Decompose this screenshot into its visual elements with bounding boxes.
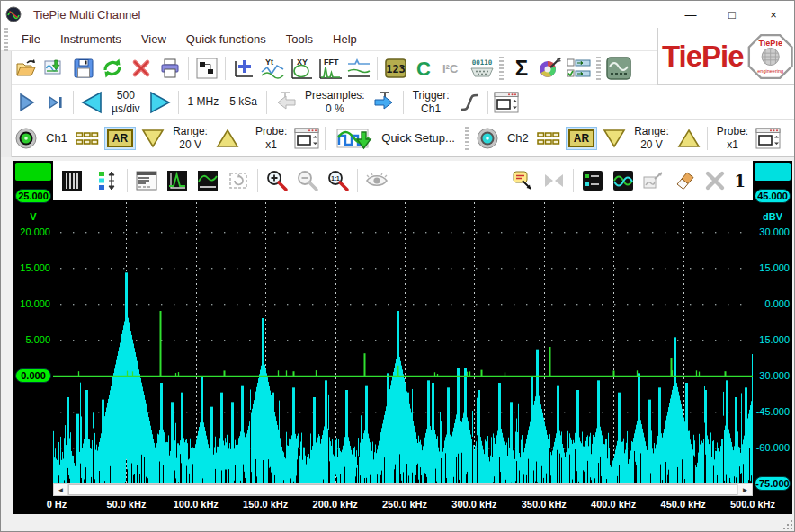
scrollbar-left-arrow[interactable]: ◄ (54, 484, 68, 495)
print-button[interactable] (156, 55, 184, 82)
ch1-bnc-icon[interactable] (12, 125, 40, 152)
ch1-autorange-button[interactable]: AR (104, 127, 136, 150)
refresh-button[interactable] (98, 55, 127, 82)
plot-scrollbar[interactable]: ◄ ► (53, 483, 753, 496)
svg-text:Yt: Yt (265, 58, 273, 66)
measure-settings-button[interactable] (565, 55, 594, 82)
toolbar-drag-handle[interactable] (465, 127, 469, 150)
minimize-button[interactable]: — (670, 1, 711, 28)
one-shot-button[interactable] (40, 89, 69, 116)
xy-graph-button[interactable]: XY (287, 55, 316, 82)
ch1-range-up-button[interactable] (213, 125, 242, 152)
frequency-tick-label: 500.0 kHz (730, 499, 775, 510)
import-data-button[interactable] (40, 55, 69, 82)
ch2-bnc-icon[interactable] (473, 125, 502, 152)
ch2-range-up-button[interactable] (674, 125, 703, 152)
svg-text:I²C: I²C (442, 62, 459, 75)
zoom-in-button[interactable] (264, 167, 290, 194)
menubar-drag-handle[interactable] (4, 28, 8, 51)
traces-view-button[interactable] (610, 167, 637, 194)
axis-range-pill: 0.000 (15, 368, 51, 383)
axis-range-pill: 45.000 (755, 189, 791, 203)
toolbar-drag-handle[interactable] (499, 57, 504, 80)
scrollbar-right-arrow[interactable]: ► (737, 484, 752, 495)
menu-item-help[interactable]: Help (323, 29, 367, 49)
ch1-axis-block[interactable] (15, 163, 51, 181)
visibility-eye-button[interactable] (363, 167, 390, 194)
trigger-edge-icon[interactable] (455, 89, 484, 116)
ch2-autorange-button[interactable]: AR (566, 127, 597, 150)
app-icon[interactable] (1, 1, 26, 28)
generator-button[interactable] (604, 55, 633, 82)
menu-item-quick-functions[interactable]: Quick functions (176, 29, 276, 49)
presamples-decrease-button[interactable] (271, 89, 299, 116)
menu-item-tools[interactable]: Tools (276, 29, 323, 49)
table-view-button[interactable] (133, 167, 160, 194)
menu-bar: FileInstrumentsViewQuick functionsToolsH… (1, 28, 657, 51)
combined-graph-button[interactable] (344, 55, 373, 82)
erase-button[interactable] (671, 167, 698, 194)
timebase-faster-button[interactable] (146, 89, 174, 116)
frequency-tick-label: 250.0 kHz (382, 499, 427, 510)
add-graph-button[interactable] (229, 55, 258, 82)
toolbar-drag-handle[interactable] (596, 57, 601, 80)
frequency-tick-label: 350.0 kHz (522, 499, 567, 510)
title-bar: TiePie Multi Channel — □ × (1, 1, 794, 28)
presamples-increase-button[interactable] (371, 89, 399, 116)
fft-graph-button[interactable]: FFT (316, 55, 344, 82)
timebase-slower-button[interactable] (77, 89, 106, 116)
axis-levels-button[interactable] (94, 167, 121, 194)
grid-toggle-button[interactable] (58, 167, 85, 194)
yt-graph-button[interactable]: Yt (258, 55, 287, 82)
serial-protocol-button[interactable]: 00110 (468, 55, 496, 82)
remove-comment-button[interactable] (540, 167, 567, 194)
left-axis[interactable]: 25.000V20.00015.00010.0005.0000.000 (13, 161, 53, 532)
status-bar (1, 514, 795, 532)
start-button[interactable] (12, 89, 40, 116)
menu-bar-items: FileInstrumentsViewQuick functionsToolsH… (12, 29, 367, 49)
colors-settings-button[interactable] (536, 55, 565, 82)
scrollbar-thumb[interactable] (68, 484, 737, 495)
ch2-coupling-icon[interactable] (534, 125, 563, 152)
logo-panel: TiePie TiePie engineering (657, 28, 795, 85)
quick-setup-button[interactable]: Quick Setup... (329, 125, 462, 152)
frequency-axis[interactable]: 0 Hz50.0 kHz100.0 kHz150.0 kHz200.0 kHz2… (37, 496, 792, 514)
maximize-button[interactable]: □ (711, 1, 753, 28)
ch2-range-down-button[interactable] (600, 125, 629, 152)
current-clamp-button[interactable]: C (410, 55, 439, 82)
object-tree-button[interactable] (192, 55, 221, 82)
ch1-settings-button[interactable] (292, 125, 321, 152)
i2c-analyzer-button[interactable]: I²C (439, 55, 468, 82)
zoom-out-button[interactable] (294, 167, 321, 194)
graph-peak-view-button[interactable] (164, 167, 191, 194)
svg-text:123: 123 (386, 63, 406, 75)
menu-item-file[interactable]: File (12, 29, 50, 49)
spectrum-plot[interactable] (53, 200, 753, 483)
legend-button[interactable] (579, 167, 606, 194)
right-axis[interactable]: 45.000dBV30.00015.0000.000-15.000-30.000… (753, 161, 792, 496)
close-graph-button[interactable] (701, 167, 728, 194)
axis-tick-label: -15.000 (753, 334, 790, 345)
axis-range-pill: 25.000 (15, 189, 51, 203)
resize-grip[interactable] (782, 519, 794, 531)
close-button[interactable]: × (753, 1, 794, 28)
graph-curve-view-button[interactable] (194, 167, 221, 194)
axis-tick-label: dBV (753, 211, 792, 222)
meter-button[interactable]: 123 (381, 55, 410, 82)
sigma-math-button[interactable]: Σ (507, 55, 536, 82)
save-button[interactable] (69, 55, 98, 82)
open-button[interactable] (12, 55, 40, 82)
expand-graph-button[interactable] (640, 167, 667, 194)
zoom-reset-button[interactable]: 1:1 (325, 167, 352, 194)
delete-button[interactable] (127, 55, 156, 82)
menu-item-instruments[interactable]: Instruments (50, 29, 131, 49)
acquisition-settings-button[interactable] (492, 89, 521, 116)
ch2-settings-button[interactable] (754, 125, 782, 152)
zoom-region-button[interactable] (225, 167, 252, 194)
ch1-range-down-button[interactable] (138, 125, 167, 152)
ch1-coupling-icon[interactable] (73, 125, 102, 152)
add-comment-button[interactable] (510, 167, 537, 194)
timebase-value: 500 µs/div (106, 89, 146, 115)
ch2-axis-block[interactable] (755, 163, 791, 181)
menu-item-view[interactable]: View (131, 29, 176, 49)
